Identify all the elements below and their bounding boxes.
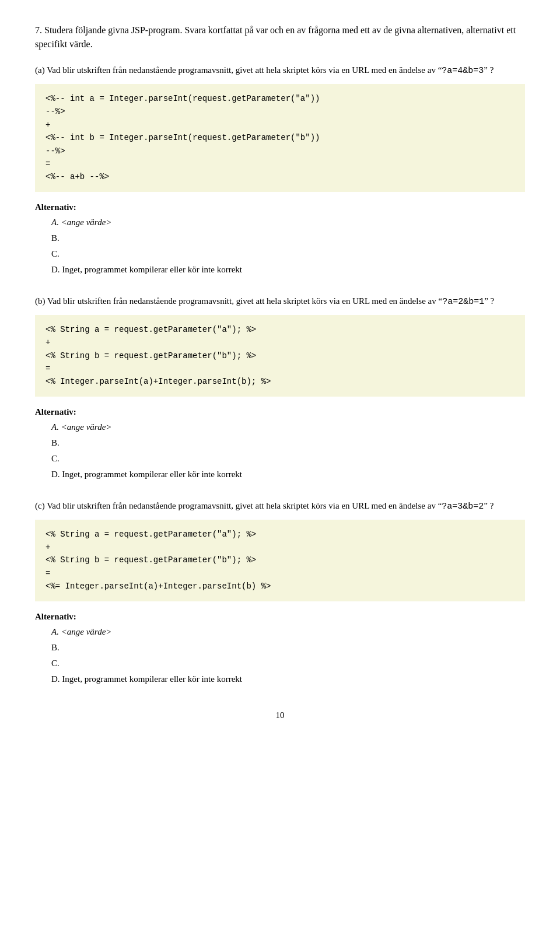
alt-b-A-letter: A. bbox=[51, 422, 59, 432]
alternatives-label-c: Alternativ: bbox=[35, 612, 525, 622]
page-number: 10 bbox=[35, 710, 525, 720]
url-suffix-a: ? bbox=[490, 65, 494, 75]
alt-a-A: A. <ange värde> bbox=[51, 215, 525, 230]
alt-a-D-text: Inget, programmet kompilerar eller kör i… bbox=[62, 265, 242, 274]
alt-b-D-text: Inget, programmet kompilerar eller kör i… bbox=[62, 470, 242, 479]
alt-c-A-letter: A. bbox=[51, 627, 59, 636]
alt-c-A-text: <ange värde> bbox=[61, 627, 112, 636]
alt-c-B: B. bbox=[51, 640, 525, 656]
main-question: 7. Studera följande givna JSP-program. S… bbox=[35, 23, 525, 687]
alt-c-D: D. Inget, programmet kompilerar eller kö… bbox=[51, 671, 525, 687]
sub-intro-a: Vad blir utskriften från nedanstående pr… bbox=[47, 65, 436, 75]
sub-question-c-text: (c) Vad blir utskriften från nedanståend… bbox=[35, 499, 525, 514]
sub-question-c: (c) Vad blir utskriften från nedanståend… bbox=[35, 499, 525, 687]
alt-c-C: C. bbox=[51, 656, 525, 671]
alt-b-C-letter: C. bbox=[51, 454, 60, 463]
alt-a-C: C. bbox=[51, 246, 525, 262]
alt-a-A-text: <ange värde> bbox=[61, 218, 112, 227]
alt-c-D-text: Inget, programmet kompilerar eller kör i… bbox=[62, 674, 242, 684]
alt-a-B-letter: B. bbox=[51, 233, 60, 243]
sub-intro-b: Vad blir utskriften från nedanstående pr… bbox=[47, 296, 436, 306]
alt-a-C-letter: C. bbox=[51, 249, 60, 258]
alt-b-D-letter: D. bbox=[51, 470, 60, 479]
sub-question-b-text: (b) Vad blir utskriften från nedanståend… bbox=[35, 294, 525, 309]
code-block-a: <%-- int a = Integer.parseInt(request.ge… bbox=[35, 84, 525, 192]
question-number: 7. bbox=[35, 25, 42, 35]
alt-a-B: B. bbox=[51, 230, 525, 246]
sub-question-b: (b) Vad blir utskriften från nedanståend… bbox=[35, 294, 525, 482]
alt-c-D-letter: D. bbox=[51, 674, 60, 684]
alternatives-label-b: Alternativ: bbox=[35, 407, 525, 417]
url-suffix-b: ? bbox=[491, 296, 495, 306]
code-block-b: <% String a = request.getParameter("a");… bbox=[35, 315, 525, 397]
alt-a-A-letter: A. bbox=[51, 218, 59, 227]
url-param-a: ?a=4&b=3 bbox=[442, 66, 484, 76]
alt-a-D: D. Inget, programmet kompilerar eller kö… bbox=[51, 262, 525, 278]
alternatives-label-a: Alternativ: bbox=[35, 202, 525, 212]
alt-b-D: D. Inget, programmet kompilerar eller kö… bbox=[51, 467, 525, 482]
sub-label-c: (c) bbox=[35, 501, 45, 510]
alt-a-D-letter: D. bbox=[51, 265, 60, 274]
question-title: 7. Studera följande givna JSP-program. S… bbox=[35, 23, 525, 51]
alternatives-a: Alternativ: A. <ange värde> B. C. D. Ing… bbox=[35, 202, 525, 278]
alt-c-B-letter: B. bbox=[51, 643, 60, 652]
alternatives-c: Alternativ: A. <ange värde> B. C. D. Ing… bbox=[35, 612, 525, 687]
url-param-c: ?a=3&b=2 bbox=[442, 502, 484, 512]
sub-label-b: (b) bbox=[35, 296, 46, 306]
sub-intro-c: Vad blir utskriften från nedanstående pr… bbox=[47, 501, 436, 510]
alt-b-C: C. bbox=[51, 451, 525, 467]
alternatives-b: Alternativ: A. <ange värde> B. C. D. Ing… bbox=[35, 407, 525, 482]
alt-b-A-text: <ange värde> bbox=[61, 422, 112, 432]
question-body: Studera följande givna JSP-program. Svar… bbox=[35, 25, 516, 49]
sub-label-a: (a) bbox=[35, 65, 45, 75]
alt-b-B: B. bbox=[51, 435, 525, 451]
alt-b-B-letter: B. bbox=[51, 438, 60, 447]
sub-question-a-text: (a) Vad blir utskriften från nedanståend… bbox=[35, 63, 525, 78]
alt-c-A: A. <ange värde> bbox=[51, 624, 525, 640]
alt-c-C-letter: C. bbox=[51, 659, 60, 668]
url-param-b: ?a=2&b=1 bbox=[442, 297, 484, 307]
alt-b-A: A. <ange värde> bbox=[51, 419, 525, 435]
sub-question-a: (a) Vad blir utskriften från nedanståend… bbox=[35, 63, 525, 278]
url-suffix-c: ? bbox=[490, 501, 494, 510]
code-block-c: <% String a = request.getParameter("a");… bbox=[35, 520, 525, 601]
